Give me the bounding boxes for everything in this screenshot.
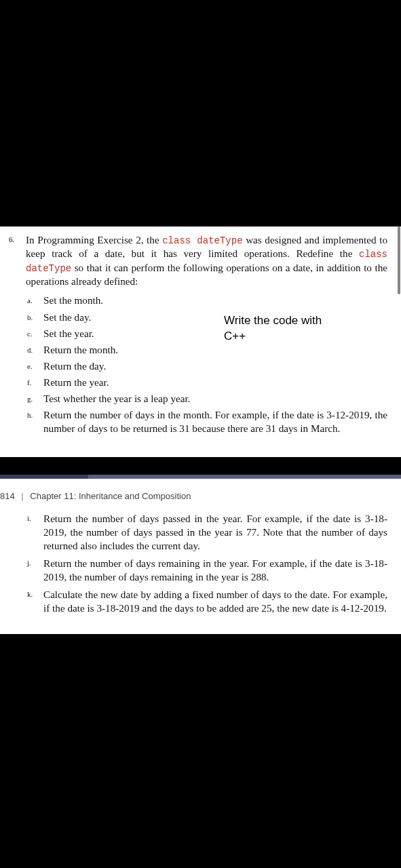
- item-text: Return the month.: [43, 343, 387, 357]
- list-item: i.Return the number of days passed in th…: [26, 512, 387, 553]
- scroll-indicator: [398, 226, 400, 294]
- list-item: e.Return the day.: [26, 359, 387, 373]
- item-text: Set the day.: [43, 311, 387, 324]
- list-item: a.Set the month.: [26, 294, 387, 307]
- document-viewport: 6. In Programming Exercise 2, the class …: [0, 226, 401, 634]
- handwritten-annotation: Write the code with C++: [224, 313, 322, 344]
- item-label: c.: [26, 327, 43, 340]
- item-label: d.: [26, 343, 43, 357]
- item-text: Calculate the new date by adding a fixed…: [43, 588, 387, 615]
- list-item: b.Set the day.: [26, 311, 387, 324]
- item-label: a.: [26, 294, 43, 307]
- item-label: g.: [26, 392, 43, 406]
- question-intro: In Programming Exercise 2, the class dat…: [26, 233, 387, 438]
- list-item: c.Set the year.: [26, 327, 387, 340]
- list-item: k.Calculate the new date by adding a fix…: [26, 588, 387, 615]
- question-block: 6. In Programming Exercise 2, the class …: [7, 233, 387, 438]
- item-label: e.: [26, 359, 43, 373]
- intro-text-1: In Programming Exercise 2, the: [26, 234, 162, 245]
- intro-text-3: so that it can perform the following ope…: [26, 262, 387, 287]
- chapter-header: 814 | Chapter 11: Inheritance and Compos…: [0, 491, 387, 501]
- item-text: Set the year.: [43, 327, 387, 340]
- list-item: f.Return the year.: [26, 376, 387, 389]
- list-item: j.Return the number of days remaining in…: [26, 557, 387, 584]
- item-label: i.: [26, 512, 43, 553]
- item-label: b.: [26, 311, 43, 324]
- page-gap: [0, 457, 401, 475]
- annotation-line-1: Write the code with: [224, 313, 322, 329]
- item-text: Return the year.: [43, 376, 387, 389]
- page-1: 6. In Programming Exercise 2, the class …: [0, 226, 401, 457]
- item-label: k.: [26, 588, 43, 615]
- code-span-1: class dateType: [162, 235, 242, 246]
- item-text: Return the number of days remaining in t…: [43, 557, 387, 584]
- chapter-title: Chapter 11: Inheritance and Composition: [30, 491, 191, 501]
- annotation-line-2: C++: [224, 329, 322, 344]
- item-label: j.: [26, 557, 43, 584]
- list-item: h.Return the number of days in the month…: [26, 408, 387, 435]
- list-item: d.Return the month.: [26, 343, 387, 357]
- header-separator: |: [21, 491, 23, 501]
- list-item: g.Test whether the year is a leap year.: [26, 392, 387, 406]
- item-label: f.: [26, 376, 43, 389]
- page-2: 814 | Chapter 11: Inheritance and Compos…: [0, 479, 401, 634]
- item-text: Return the day.: [43, 359, 387, 373]
- page-number: 814: [0, 491, 15, 501]
- sub-items-list-2: i.Return the number of days passed in th…: [26, 512, 387, 615]
- item-text: Test whether the year is a leap year.: [43, 392, 387, 406]
- item-text: Set the month.: [43, 294, 387, 307]
- question-number: 6.: [7, 233, 26, 438]
- sub-items-list-1: a.Set the month.b.Set the day.c.Set the …: [26, 294, 387, 435]
- item-label: h.: [26, 408, 43, 435]
- item-text: Return the number of days in the month. …: [43, 408, 387, 435]
- item-text: Return the number of days passed in the …: [43, 512, 387, 553]
